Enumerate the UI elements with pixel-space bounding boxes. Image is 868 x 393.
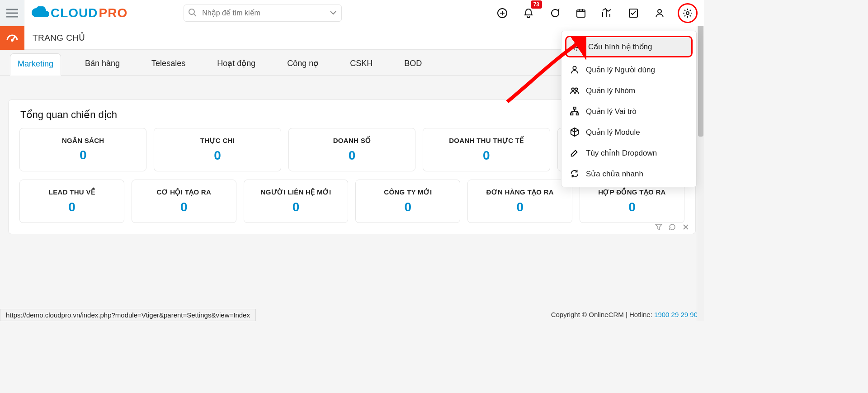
dropdown-item-label: Tùy chỉnh Dropdown (586, 148, 657, 158)
vertical-scrollbar[interactable] (697, 0, 704, 321)
settings-dropdown: Cấu hình hệ thống Quản lý Người dùng Quả… (561, 31, 697, 187)
dropdown-item-quick-fix[interactable]: Sửa chữa nhanh (561, 163, 696, 184)
dropdown-item-roles[interactable]: Quản lý Vai trò (561, 101, 696, 122)
svg-point-8 (576, 45, 578, 48)
search-icon (188, 8, 197, 17)
metric-label: NGÂN SÁCH (24, 137, 142, 144)
dropdown-item-dropdown-custom[interactable]: Tùy chỉnh Dropdown (561, 142, 696, 163)
metric-label: DOANH THU THỰC TẾ (427, 137, 546, 145)
svg-point-9 (573, 66, 576, 70)
close-icon[interactable] (682, 223, 690, 231)
user-icon (654, 8, 665, 19)
metric-label: CƠ HỘI TẠO RA (136, 188, 232, 196)
calendar-button[interactable] (573, 5, 589, 21)
svg-point-5 (686, 12, 689, 14)
browser-statusbar: https://demo.cloudpro.vn/index.php?modul… (0, 309, 256, 321)
metric-value: 0 (248, 200, 344, 214)
metric-value: 0 (584, 200, 680, 214)
svg-point-11 (575, 88, 578, 91)
svg-rect-12 (573, 107, 576, 109)
plus-circle-icon (497, 8, 508, 19)
gear-icon (572, 42, 582, 52)
dashboard-icon (5, 31, 19, 45)
module-icon (570, 127, 580, 137)
refresh-icon (570, 169, 580, 179)
tab-marketing[interactable]: Marketing (10, 53, 61, 76)
dropdown-item-users[interactable]: Quản lý Người dùng (561, 59, 696, 80)
add-button[interactable] (494, 5, 510, 21)
chat-icon (549, 8, 560, 19)
dropdown-item-groups[interactable]: Quản lý Nhóm (561, 80, 696, 101)
metric-label: HỢP ĐỒNG TẠO RA (584, 188, 680, 196)
settings-button[interactable] (678, 3, 698, 23)
svg-rect-13 (571, 113, 573, 115)
hamburger-icon (6, 9, 18, 18)
metric-card: NGÂN SÁCH 0 (19, 128, 146, 171)
svg-point-0 (189, 9, 194, 14)
tab-ban-hang[interactable]: Bán hàng (77, 53, 127, 75)
tab-hoat-dong[interactable]: Hoạt động (209, 52, 263, 75)
tree-icon (570, 106, 580, 116)
metric-value: 0 (24, 200, 120, 214)
metric-label: THỰC CHI (158, 137, 277, 145)
svg-point-10 (572, 88, 575, 91)
tab-cskh[interactable]: CSKH (342, 53, 380, 75)
metric-card: NGƯỜI LIÊN HỆ MỚI 0 (244, 180, 349, 223)
tasks-button[interactable] (625, 5, 642, 21)
metric-card: DOANH THU THỰC TẾ 0 (423, 128, 550, 171)
dropdown-item-label: Quản lý Module (586, 128, 640, 137)
svg-point-4 (658, 9, 661, 13)
logo[interactable]: CLOUDPRO (24, 0, 134, 26)
chevron-down-icon[interactable] (329, 9, 337, 17)
dropdown-item-modules[interactable]: Quản lý Module (561, 122, 696, 142)
notification-badge: 73 (531, 0, 542, 9)
gear-icon (682, 8, 693, 19)
svg-rect-2 (577, 10, 585, 17)
hotline-link[interactable]: 1900 29 29 90 (654, 311, 698, 318)
metric-label: CÔNG TY MỚI (359, 188, 456, 196)
group-icon (570, 85, 580, 95)
metric-label: ĐƠN HÀNG TẠO RA (472, 188, 568, 196)
analytics-button[interactable] (599, 5, 615, 21)
tab-cong-no[interactable]: Công nợ (279, 52, 326, 75)
copyright: Copyright © OnlineCRM | Hotline: 1900 29… (551, 311, 698, 318)
logo-text-pro: PRO (99, 6, 128, 20)
notifications-button[interactable]: 73 (520, 5, 537, 21)
cloud-icon (31, 6, 50, 20)
refresh-icon[interactable] (668, 223, 676, 231)
metric-value: 0 (472, 200, 568, 214)
svg-rect-14 (576, 113, 579, 115)
edit-icon (570, 148, 580, 158)
bell-icon (523, 8, 534, 19)
metric-value: 0 (359, 200, 456, 214)
metric-value: 0 (24, 148, 142, 162)
chat-button[interactable] (547, 5, 563, 21)
metric-value: 0 (136, 200, 232, 214)
metric-card: CƠ HỘI TẠO RA 0 (132, 180, 236, 223)
user-button[interactable] (651, 5, 668, 21)
metric-card: DOANH SỐ 0 (288, 128, 415, 171)
metric-label: DOANH SỐ (292, 137, 411, 145)
dropdown-item-label: Quản lý Vai trò (586, 107, 637, 116)
tab-bod[interactable]: BOD (396, 53, 429, 75)
tab-telesales[interactable]: Telesales (144, 53, 193, 75)
dropdown-item-label: Cấu hình hệ thống (588, 42, 652, 52)
copyright-text: Copyright © OnlineCRM | Hotline: (551, 311, 654, 318)
check-square-icon (628, 8, 639, 19)
metric-card: CÔNG TY MỚI 0 (355, 180, 460, 223)
metric-label: NGƯỜI LIÊN HỆ MỚI (248, 188, 344, 196)
dropdown-item-label: Sửa chữa nhanh (586, 169, 643, 179)
metric-value: 0 (427, 148, 546, 163)
metric-card: THỰC CHI 0 (154, 128, 281, 171)
dropdown-item-label: Quản lý Người dùng (586, 65, 655, 75)
dropdown-item-label: Quản lý Nhóm (586, 86, 635, 95)
home-icon-tile[interactable] (0, 26, 24, 50)
dropdown-item-system-config[interactable]: Cấu hình hệ thống (565, 36, 693, 57)
page-title: TRANG CHỦ (24, 33, 85, 43)
search-input[interactable] (184, 5, 342, 22)
filter-icon[interactable] (655, 223, 663, 231)
logo-text-cloud: CLOUD (51, 6, 98, 20)
menu-button[interactable] (0, 0, 24, 26)
user-icon (570, 65, 580, 75)
metric-label: LEAD THU VỀ (24, 188, 120, 196)
